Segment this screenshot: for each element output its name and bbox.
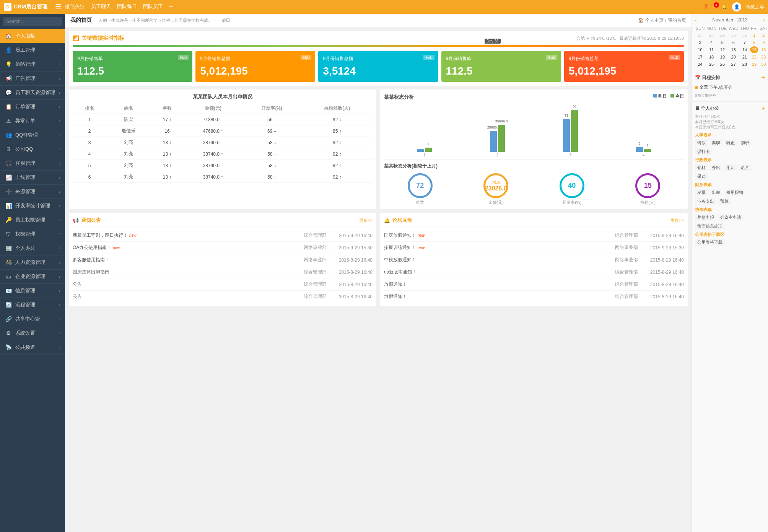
office-link-item[interactable]: 转正: [724, 139, 737, 146]
office-link-item[interactable]: 发票: [695, 189, 708, 196]
sidebar-item-flow[interactable]: 🔄 流程管理 ›: [0, 298, 65, 312]
cal-day[interactable]: 29: [718, 32, 727, 39]
cal-prev[interactable]: ‹: [695, 17, 697, 23]
sidebar-item-ad[interactable]: 📢 广告管理 ›: [0, 72, 65, 86]
sidebar-item-company-qq[interactable]: 🖥 公司QQ ›: [0, 142, 65, 156]
cal-day[interactable]: 2: [759, 32, 768, 39]
office-link-item[interactable]: 离职: [709, 139, 722, 146]
sidebar-item-enterprise[interactable]: 🗂 企业资源管理 ›: [0, 270, 65, 284]
cal-day[interactable]: 29: [750, 61, 758, 68]
sidebar-item-personal[interactable]: 🏠 个人面板: [0, 29, 65, 43]
office-link-item[interactable]: 会议室申请: [718, 214, 744, 221]
sidebar-item-abnormal[interactable]: ⚠ 异常订单 ›: [0, 114, 65, 128]
cal-day[interactable]: 28: [740, 61, 750, 68]
forum-more[interactable]: 更多>>: [670, 218, 684, 223]
cal-day[interactable]: 9: [759, 39, 768, 46]
nav-add[interactable]: +: [169, 3, 173, 11]
cal-day[interactable]: 31: [740, 32, 750, 39]
cal-day[interactable]: 1: [750, 32, 758, 39]
sidebar-item-online[interactable]: 📈 上线管理 ›: [0, 171, 65, 185]
sidebar-item-channel[interactable]: 📡 公共频道 ›: [0, 340, 65, 355]
cal-day[interactable]: 28: [706, 32, 717, 39]
cal-day[interactable]: 17: [695, 54, 705, 60]
sidebar-item-source[interactable]: ➕ 来源管理 ›: [0, 185, 65, 199]
cal-day[interactable]: 15: [750, 46, 758, 53]
office-link-item[interactable]: 用印: [724, 164, 737, 171]
office-link-item[interactable]: 误打卡: [695, 148, 712, 155]
sidebar-item-info[interactable]: 📧 信息管理 ›: [0, 284, 65, 298]
kpi-card-1: 9月份销售总额 +50 5,012,195: [195, 51, 315, 82]
office-link-item[interactable]: 出差: [709, 189, 722, 196]
cal-day[interactable]: 20: [728, 54, 739, 60]
sidebar-item-staff[interactable]: 👤 员工管理 ›: [0, 43, 65, 57]
office-link-item[interactable]: 公用表格下载: [695, 239, 725, 246]
cal-day[interactable]: 27: [728, 61, 739, 68]
cal-day[interactable]: 3: [695, 39, 705, 46]
office-link-item[interactable]: 负面信息处理: [695, 223, 725, 230]
cal-next[interactable]: ›: [763, 17, 765, 23]
office-link-item[interactable]: 采购: [695, 173, 708, 180]
office-link-item[interactable]: 奖惩申报: [695, 214, 716, 221]
sidebar-item-staff-perm[interactable]: 🔑 员工权限管理 ›: [0, 213, 65, 227]
cal-day[interactable]: 8: [750, 39, 758, 46]
sidebar-item-hr[interactable]: 👫 人力资源管理 ›: [0, 255, 65, 270]
mail-btn[interactable]: ✉4: [713, 4, 717, 10]
office-link-item[interactable]: 领料: [695, 164, 708, 171]
cal-day[interactable]: 7: [740, 39, 750, 46]
sidebar-item-personal-office[interactable]: 🏢 个人办公 ›: [0, 241, 65, 255]
cal-day[interactable]: 26: [718, 61, 727, 68]
user-avatar[interactable]: 👤: [732, 2, 741, 11]
nav-daily[interactable]: 团队每日: [117, 3, 137, 11]
cal-day[interactable]: 22: [750, 54, 758, 60]
office-link-item[interactable]: 加班: [739, 139, 752, 146]
cal-day[interactable]: 14: [740, 46, 750, 53]
cal-day[interactable]: 10: [695, 46, 705, 53]
sidebar-item-perm[interactable]: 🛡 权限管理 ›: [0, 227, 65, 241]
cal-day[interactable]: 13: [728, 46, 739, 53]
office-add[interactable]: +: [761, 105, 765, 112]
cal-day[interactable]: 25: [706, 61, 717, 68]
cal-day[interactable]: 30: [759, 61, 768, 68]
search-input[interactable]: [3, 17, 62, 26]
cal-day[interactable]: 21: [740, 54, 750, 60]
cal-day[interactable]: 16: [759, 46, 768, 53]
bell-btn[interactable]: 🔔: [722, 4, 727, 10]
sidebar-item-customer[interactable]: 🎧 客服管理 ›: [0, 156, 65, 171]
cal-day[interactable]: 4: [706, 39, 717, 46]
help-btn[interactable]: ❓: [703, 4, 709, 10]
cal-day[interactable]: 27: [695, 32, 705, 39]
office-link-item[interactable]: 费用报销: [724, 189, 745, 196]
cal-day[interactable]: 5: [718, 39, 727, 46]
sidebar-item-settings[interactable]: ⚙ 系统设置 ›: [0, 326, 65, 340]
cal-day[interactable]: 12: [718, 46, 727, 53]
sidebar-item-strategy[interactable]: 💡 策略管理 ›: [0, 57, 65, 72]
sidebar-item-dev-stats[interactable]: 📊 开发率统计管理 ›: [0, 199, 65, 213]
office-link-item[interactable]: 名片: [739, 164, 752, 171]
nav-staff[interactable]: 团队员工: [143, 3, 163, 11]
nav-chat[interactable]: 员工聊天: [91, 3, 111, 11]
cal-day[interactable]: 6: [728, 39, 739, 46]
kpi-cards: 9月份销售单 +50 112.5 9月份销售总额 +50 5,012,195 9…: [73, 51, 684, 82]
cal-day[interactable]: 23: [759, 54, 768, 60]
sidebar-item-share[interactable]: 🔗 共享中心管 ›: [0, 312, 65, 326]
cal-day[interactable]: 24: [695, 61, 705, 68]
sidebar-item-qq-group[interactable]: 👥 QQ群管理 ›: [0, 128, 65, 142]
notices-more[interactable]: 更多>>: [359, 218, 373, 223]
sidebar-item-order[interactable]: 📋 订单管理 ›: [0, 100, 65, 114]
schedule-add[interactable]: +: [761, 74, 765, 81]
office-link-item[interactable]: 预算: [718, 198, 731, 205]
office-link-item[interactable]: 请假: [695, 139, 708, 146]
office-links: 奖惩申报会议室申请负面信息处理: [695, 214, 765, 230]
nav-weixin[interactable]: 微信关注: [65, 3, 85, 11]
office-link-item[interactable]: 外出: [709, 164, 722, 171]
cal-day[interactable]: 18: [706, 54, 717, 60]
kpi-progress-bar: Day 38: [73, 45, 684, 47]
sidebar-item-chat[interactable]: 💬 员工聊天资源管理 ›: [0, 86, 65, 100]
office-link-item[interactable]: 业务支出: [695, 198, 716, 205]
breadcrumb-home[interactable]: 个人主页: [645, 17, 664, 24]
hamburger-icon[interactable]: ☰: [55, 3, 61, 11]
strategy-icon: 💡: [5, 61, 12, 67]
cal-day[interactable]: 30: [728, 32, 739, 39]
cal-day[interactable]: 19: [718, 54, 727, 60]
cal-day[interactable]: 11: [706, 46, 717, 53]
